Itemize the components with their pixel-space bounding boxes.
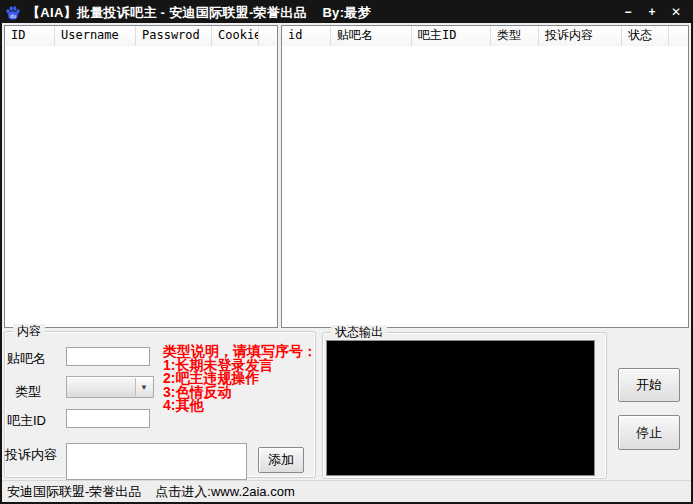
type-hint-item-4: 4:其他 — [163, 399, 315, 413]
titlebar: du 【AIA】批量投诉吧主 - 安迪国际联盟-荣誉出品 By:最梦 − + ✕ — [2, 2, 691, 23]
accounts-table-header: ID Username Passwrod Cookie — [5, 26, 277, 46]
header-cell-bazhu-id[interactable]: 吧主ID — [412, 26, 491, 46]
start-button[interactable]: 开始 — [618, 368, 680, 402]
complaint-content-input[interactable] — [66, 443, 247, 480]
maximize-button[interactable]: + — [645, 2, 659, 23]
status-groupbox-title: 状态输出 — [331, 325, 387, 339]
svg-text:du: du — [10, 12, 16, 18]
type-hint: 类型说明，请填写序号： 1:长期未登录发言 2:吧主违规操作 3:色情反动 4:… — [163, 345, 315, 413]
statusbar-brand: 安迪国际联盟-荣誉出品 — [7, 483, 141, 501]
window-title: 【AIA】批量投诉吧主 - 安迪国际联盟-荣誉出品 By:最梦 — [27, 4, 371, 22]
header-cell-id[interactable]: id — [282, 26, 331, 46]
accounts-table-body[interactable] — [5, 46, 277, 327]
tasks-table-body[interactable] — [282, 46, 688, 327]
stop-button[interactable]: 停止 — [618, 415, 680, 450]
tieba-name-label: 贴吧名 — [7, 350, 46, 368]
accounts-table: ID Username Passwrod Cookie — [4, 25, 278, 328]
app-icon: du — [5, 5, 21, 21]
header-cell-filler — [669, 26, 688, 46]
tasks-table: id 贴吧名 吧主ID 类型 投诉内容 状态 — [281, 25, 689, 328]
window-controls: − + ✕ — [621, 2, 683, 23]
type-select[interactable]: ▼ — [66, 376, 154, 398]
bazhu-id-label: 吧主ID — [7, 412, 46, 430]
chevron-down-icon[interactable]: ▼ — [135, 378, 152, 396]
header-cell-id[interactable]: ID — [5, 26, 55, 46]
header-cell-cookie[interactable]: Cookie — [212, 26, 259, 46]
minimize-button[interactable]: − — [621, 2, 635, 23]
app-window: du 【AIA】批量投诉吧主 - 安迪国际联盟-荣誉出品 By:最梦 − + ✕… — [0, 0, 693, 504]
header-cell-filler — [259, 26, 277, 46]
status-console[interactable] — [326, 340, 595, 476]
header-cell-username[interactable]: Username — [55, 26, 136, 46]
type-label: 类型 — [15, 383, 41, 401]
header-cell-tieba[interactable]: 贴吧名 — [331, 26, 412, 46]
tieba-name-input[interactable] — [66, 347, 150, 366]
header-cell-status[interactable]: 状态 — [622, 26, 669, 46]
complaint-content-label: 投诉内容 — [5, 446, 57, 464]
header-cell-type[interactable]: 类型 — [491, 26, 539, 46]
add-button[interactable]: 添加 — [258, 447, 304, 473]
content-groupbox-title: 内容 — [13, 324, 45, 338]
statusbar: 安迪国际联盟-荣誉出品 点击进入:www.2aia.com — [2, 480, 691, 502]
tasks-table-header: id 贴吧名 吧主ID 类型 投诉内容 状态 — [282, 26, 688, 46]
header-cell-password[interactable]: Passwrod — [136, 26, 212, 46]
statusbar-link[interactable]: 点击进入:www.2aia.com — [155, 483, 294, 501]
header-cell-content[interactable]: 投诉内容 — [539, 26, 622, 46]
close-button[interactable]: ✕ — [669, 2, 683, 23]
bazhu-id-input[interactable] — [66, 409, 150, 428]
